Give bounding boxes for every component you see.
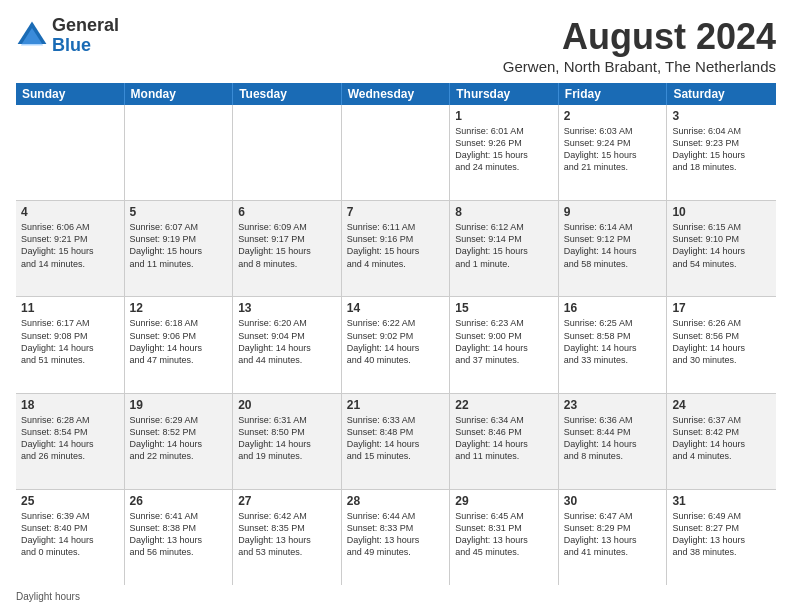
day-info: Sunrise: 6:29 AM Sunset: 8:52 PM Dayligh… (130, 414, 228, 463)
calendar-body: 1Sunrise: 6:01 AM Sunset: 9:26 PM Daylig… (16, 105, 776, 585)
cal-cell-r4-c3: 28Sunrise: 6:44 AM Sunset: 8:33 PM Dayli… (342, 490, 451, 585)
header-day-tuesday: Tuesday (233, 83, 342, 105)
cal-cell-r2-c2: 13Sunrise: 6:20 AM Sunset: 9:04 PM Dayli… (233, 297, 342, 392)
cal-cell-r0-c5: 2Sunrise: 6:03 AM Sunset: 9:24 PM Daylig… (559, 105, 668, 200)
day-number: 10 (672, 205, 771, 219)
cal-cell-r0-c1 (125, 105, 234, 200)
day-number: 20 (238, 398, 336, 412)
footer-text: Daylight hours (16, 591, 80, 602)
day-number: 8 (455, 205, 553, 219)
day-number: 4 (21, 205, 119, 219)
day-number: 30 (564, 494, 662, 508)
header-day-friday: Friday (559, 83, 668, 105)
day-info: Sunrise: 6:39 AM Sunset: 8:40 PM Dayligh… (21, 510, 119, 559)
day-number: 19 (130, 398, 228, 412)
footer: Daylight hours (16, 591, 776, 602)
logo-text: General Blue (52, 16, 119, 56)
cal-cell-r4-c2: 27Sunrise: 6:42 AM Sunset: 8:35 PM Dayli… (233, 490, 342, 585)
day-info: Sunrise: 6:23 AM Sunset: 9:00 PM Dayligh… (455, 317, 553, 366)
day-number: 15 (455, 301, 553, 315)
day-info: Sunrise: 6:37 AM Sunset: 8:42 PM Dayligh… (672, 414, 771, 463)
day-number: 28 (347, 494, 445, 508)
day-info: Sunrise: 6:14 AM Sunset: 9:12 PM Dayligh… (564, 221, 662, 270)
day-info: Sunrise: 6:03 AM Sunset: 9:24 PM Dayligh… (564, 125, 662, 174)
day-info: Sunrise: 6:42 AM Sunset: 8:35 PM Dayligh… (238, 510, 336, 559)
cal-cell-r4-c1: 26Sunrise: 6:41 AM Sunset: 8:38 PM Dayli… (125, 490, 234, 585)
day-number: 29 (455, 494, 553, 508)
cal-cell-r2-c0: 11Sunrise: 6:17 AM Sunset: 9:08 PM Dayli… (16, 297, 125, 392)
month-year: August 2024 (503, 16, 776, 58)
day-info: Sunrise: 6:18 AM Sunset: 9:06 PM Dayligh… (130, 317, 228, 366)
location: Gerwen, North Brabant, The Netherlands (503, 58, 776, 75)
calendar-row-0: 1Sunrise: 6:01 AM Sunset: 9:26 PM Daylig… (16, 105, 776, 201)
cal-cell-r0-c2 (233, 105, 342, 200)
cal-cell-r1-c5: 9Sunrise: 6:14 AM Sunset: 9:12 PM Daylig… (559, 201, 668, 296)
page: General Blue August 2024 Gerwen, North B… (0, 0, 792, 612)
cal-cell-r1-c4: 8Sunrise: 6:12 AM Sunset: 9:14 PM Daylig… (450, 201, 559, 296)
calendar-header: SundayMondayTuesdayWednesdayThursdayFrid… (16, 83, 776, 105)
cal-cell-r2-c3: 14Sunrise: 6:22 AM Sunset: 9:02 PM Dayli… (342, 297, 451, 392)
calendar: SundayMondayTuesdayWednesdayThursdayFrid… (16, 83, 776, 585)
header-day-sunday: Sunday (16, 83, 125, 105)
day-number: 9 (564, 205, 662, 219)
header-day-monday: Monday (125, 83, 234, 105)
header-day-wednesday: Wednesday (342, 83, 451, 105)
day-number: 23 (564, 398, 662, 412)
day-info: Sunrise: 6:44 AM Sunset: 8:33 PM Dayligh… (347, 510, 445, 559)
cal-cell-r4-c4: 29Sunrise: 6:45 AM Sunset: 8:31 PM Dayli… (450, 490, 559, 585)
cal-cell-r0-c3 (342, 105, 451, 200)
cal-cell-r4-c6: 31Sunrise: 6:49 AM Sunset: 8:27 PM Dayli… (667, 490, 776, 585)
logo: General Blue (16, 16, 119, 56)
day-info: Sunrise: 6:17 AM Sunset: 9:08 PM Dayligh… (21, 317, 119, 366)
day-number: 27 (238, 494, 336, 508)
cal-cell-r0-c0 (16, 105, 125, 200)
cal-cell-r1-c3: 7Sunrise: 6:11 AM Sunset: 9:16 PM Daylig… (342, 201, 451, 296)
calendar-row-1: 4Sunrise: 6:06 AM Sunset: 9:21 PM Daylig… (16, 201, 776, 297)
day-number: 21 (347, 398, 445, 412)
cal-cell-r4-c5: 30Sunrise: 6:47 AM Sunset: 8:29 PM Dayli… (559, 490, 668, 585)
cal-cell-r3-c3: 21Sunrise: 6:33 AM Sunset: 8:48 PM Dayli… (342, 394, 451, 489)
logo-icon (16, 20, 48, 52)
cal-cell-r2-c5: 16Sunrise: 6:25 AM Sunset: 8:58 PM Dayli… (559, 297, 668, 392)
day-info: Sunrise: 6:41 AM Sunset: 8:38 PM Dayligh… (130, 510, 228, 559)
day-info: Sunrise: 6:26 AM Sunset: 8:56 PM Dayligh… (672, 317, 771, 366)
day-number: 31 (672, 494, 771, 508)
day-number: 12 (130, 301, 228, 315)
day-number: 2 (564, 109, 662, 123)
logo-general: General (52, 16, 119, 36)
day-number: 24 (672, 398, 771, 412)
header-day-saturday: Saturday (667, 83, 776, 105)
header-day-thursday: Thursday (450, 83, 559, 105)
day-number: 25 (21, 494, 119, 508)
cal-cell-r3-c1: 19Sunrise: 6:29 AM Sunset: 8:52 PM Dayli… (125, 394, 234, 489)
day-number: 22 (455, 398, 553, 412)
day-info: Sunrise: 6:12 AM Sunset: 9:14 PM Dayligh… (455, 221, 553, 270)
day-info: Sunrise: 6:04 AM Sunset: 9:23 PM Dayligh… (672, 125, 771, 174)
cal-cell-r1-c2: 6Sunrise: 6:09 AM Sunset: 9:17 PM Daylig… (233, 201, 342, 296)
day-number: 13 (238, 301, 336, 315)
day-info: Sunrise: 6:33 AM Sunset: 8:48 PM Dayligh… (347, 414, 445, 463)
day-number: 18 (21, 398, 119, 412)
day-number: 7 (347, 205, 445, 219)
day-number: 3 (672, 109, 771, 123)
cal-cell-r3-c5: 23Sunrise: 6:36 AM Sunset: 8:44 PM Dayli… (559, 394, 668, 489)
day-info: Sunrise: 6:47 AM Sunset: 8:29 PM Dayligh… (564, 510, 662, 559)
cal-cell-r1-c0: 4Sunrise: 6:06 AM Sunset: 9:21 PM Daylig… (16, 201, 125, 296)
day-info: Sunrise: 6:20 AM Sunset: 9:04 PM Dayligh… (238, 317, 336, 366)
day-info: Sunrise: 6:11 AM Sunset: 9:16 PM Dayligh… (347, 221, 445, 270)
cal-cell-r2-c4: 15Sunrise: 6:23 AM Sunset: 9:00 PM Dayli… (450, 297, 559, 392)
calendar-row-2: 11Sunrise: 6:17 AM Sunset: 9:08 PM Dayli… (16, 297, 776, 393)
day-info: Sunrise: 6:01 AM Sunset: 9:26 PM Dayligh… (455, 125, 553, 174)
day-number: 17 (672, 301, 771, 315)
cal-cell-r1-c6: 10Sunrise: 6:15 AM Sunset: 9:10 PM Dayli… (667, 201, 776, 296)
day-info: Sunrise: 6:15 AM Sunset: 9:10 PM Dayligh… (672, 221, 771, 270)
day-info: Sunrise: 6:07 AM Sunset: 9:19 PM Dayligh… (130, 221, 228, 270)
day-info: Sunrise: 6:49 AM Sunset: 8:27 PM Dayligh… (672, 510, 771, 559)
calendar-row-3: 18Sunrise: 6:28 AM Sunset: 8:54 PM Dayli… (16, 394, 776, 490)
day-number: 6 (238, 205, 336, 219)
logo-blue: Blue (52, 36, 119, 56)
day-info: Sunrise: 6:25 AM Sunset: 8:58 PM Dayligh… (564, 317, 662, 366)
header: General Blue August 2024 Gerwen, North B… (16, 16, 776, 75)
day-info: Sunrise: 6:22 AM Sunset: 9:02 PM Dayligh… (347, 317, 445, 366)
calendar-row-4: 25Sunrise: 6:39 AM Sunset: 8:40 PM Dayli… (16, 490, 776, 585)
